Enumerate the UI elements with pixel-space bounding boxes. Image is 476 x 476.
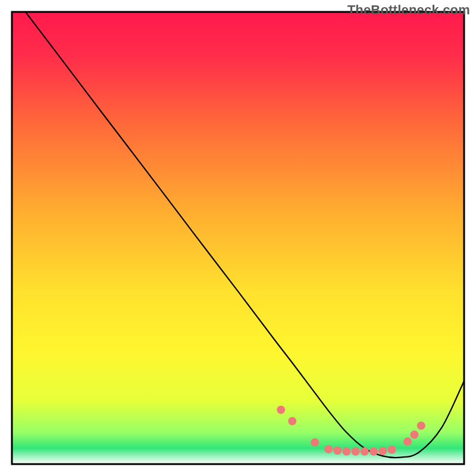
gradient-background [12, 12, 464, 464]
marker-dot [417, 421, 425, 430]
marker-dot [277, 406, 285, 414]
marker-dot [352, 447, 360, 456]
marker-dot [378, 447, 387, 455]
marker-dot [410, 431, 418, 439]
bottleneck-chart: TheBottleneck.com [0, 0, 476, 476]
marker-dot [403, 437, 412, 446]
marker-dot [311, 439, 319, 447]
marker-dot [387, 446, 396, 454]
marker-dot [342, 447, 350, 456]
watermark-text: TheBottleneck.com [347, 2, 470, 18]
marker-dot [369, 447, 378, 456]
marker-dot [324, 445, 333, 453]
marker-dot [288, 417, 296, 425]
marker-dot [361, 447, 369, 456]
marker-dot [333, 446, 342, 455]
chart-svg [0, 0, 476, 476]
